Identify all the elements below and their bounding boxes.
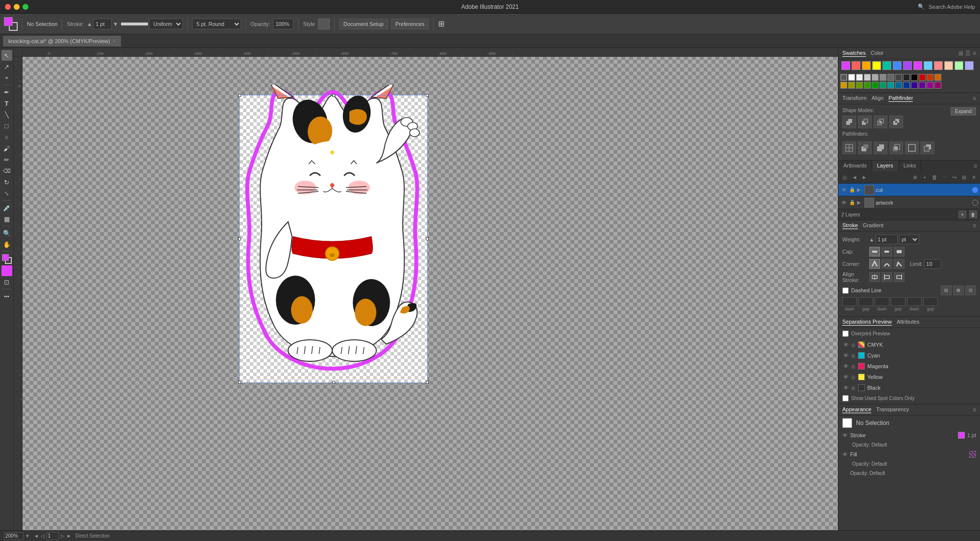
crop-btn[interactable] bbox=[889, 141, 903, 154]
cap-round-btn[interactable] bbox=[882, 247, 892, 257]
corner-round-btn[interactable] bbox=[882, 259, 892, 269]
sep-eye2-magenta[interactable]: ◎ bbox=[851, 364, 856, 369]
swatch-darkred[interactable] bbox=[919, 74, 926, 81]
stroke-style-select[interactable]: Uniform bbox=[149, 19, 183, 29]
gap-input-1[interactable] bbox=[858, 297, 873, 306]
layer-new-btn[interactable]: + bbox=[920, 173, 929, 182]
zoom-tool[interactable]: 🔍 bbox=[1, 228, 12, 238]
swatch-red[interactable] bbox=[852, 61, 860, 70]
tab-appearance[interactable]: Appearance bbox=[842, 406, 871, 413]
layer-footer-trash-btn[interactable]: 🗑 bbox=[969, 211, 977, 218]
page-input[interactable]: 1 bbox=[47, 532, 59, 540]
pencil-tool[interactable]: ✏ bbox=[1, 154, 12, 165]
layer-move-down-btn[interactable]: ► bbox=[860, 173, 869, 182]
swatch-yellow[interactable] bbox=[872, 61, 881, 70]
layer-footer-new-btn[interactable]: + bbox=[958, 211, 966, 218]
layer-more-btn[interactable]: ⋯ bbox=[940, 173, 949, 182]
direct-selection-tool[interactable]: ↗ bbox=[1, 61, 12, 72]
style-swatch[interactable] bbox=[318, 19, 330, 29]
minimize-button[interactable] bbox=[14, 4, 20, 10]
intersect-btn[interactable] bbox=[874, 116, 887, 128]
swatch-yellow-green[interactable] bbox=[856, 82, 863, 89]
layer-target-cut[interactable] bbox=[972, 187, 978, 193]
selection-tool[interactable]: ↖ bbox=[1, 50, 12, 61]
page-next2-btn[interactable]: ▷ bbox=[61, 533, 65, 539]
arrange-icon[interactable]: ⊞ bbox=[438, 19, 444, 28]
tab-pathfinder[interactable]: Pathfinder bbox=[888, 95, 913, 102]
document-setup-button[interactable]: Document Setup bbox=[339, 19, 388, 29]
lasso-tool[interactable]: ⚬ bbox=[1, 72, 12, 83]
more-tools[interactable]: ••• bbox=[1, 291, 12, 302]
minus-back-btn[interactable] bbox=[921, 141, 934, 154]
swatch-black[interactable] bbox=[911, 74, 918, 81]
tab-layers[interactable]: Layers bbox=[872, 161, 899, 171]
eraser-tool[interactable]: ⌫ bbox=[1, 165, 12, 176]
brush-size-select[interactable]: 5 pt. Round bbox=[192, 19, 241, 29]
pathfinder-menu-icon[interactable]: ≡ bbox=[973, 95, 976, 102]
weight-input[interactable]: 1 pt bbox=[876, 235, 898, 244]
swatch-lightred[interactable] bbox=[934, 61, 943, 70]
swatch-gray3[interactable] bbox=[880, 74, 886, 81]
gap-input-2[interactable] bbox=[891, 297, 906, 306]
tab-color[interactable]: Color bbox=[871, 50, 883, 57]
layer-target-artwork[interactable] bbox=[972, 200, 978, 206]
tab-stroke[interactable]: Stroke bbox=[842, 222, 858, 229]
layer-lock-artwork[interactable]: 🔒 bbox=[849, 200, 856, 205]
tab-gradient[interactable]: Gradient bbox=[863, 222, 883, 229]
swatch-purple3[interactable] bbox=[927, 82, 933, 89]
page-prev-btn[interactable]: ◄ bbox=[34, 533, 39, 539]
text-tool[interactable]: T bbox=[1, 98, 12, 109]
swatch-gold[interactable] bbox=[840, 82, 847, 89]
gap-input-3[interactable] bbox=[923, 297, 938, 306]
sep-eye-black[interactable]: 👁 bbox=[843, 385, 849, 391]
swatch-none[interactable] bbox=[840, 74, 847, 81]
swatches-menu-icon[interactable]: ≡ bbox=[973, 50, 976, 57]
swatch-gray1[interactable] bbox=[864, 74, 871, 81]
search-placeholder[interactable]: Search Adobe Help bbox=[929, 4, 975, 10]
swatch-redbrown[interactable] bbox=[927, 74, 933, 81]
swatch-green2[interactable] bbox=[872, 82, 879, 89]
appear-fill-color[interactable] bbox=[969, 451, 976, 458]
align-center-btn[interactable] bbox=[869, 272, 880, 282]
tab-transparency[interactable]: Transparency bbox=[876, 406, 909, 413]
dash-input-2[interactable] bbox=[875, 297, 889, 306]
swatch-gray5[interactable] bbox=[895, 74, 902, 81]
unite-btn[interactable] bbox=[842, 116, 856, 128]
stroke-menu-icon[interactable]: ≡ bbox=[973, 222, 976, 229]
dash-adjust-btn3[interactable]: ⊡ bbox=[965, 285, 976, 295]
screen-mode[interactable]: ⊡ bbox=[1, 277, 12, 287]
tab-separations[interactable]: Separations Preview bbox=[842, 319, 892, 326]
tab-artboards[interactable]: Artboards bbox=[838, 161, 872, 171]
dash-input-3[interactable] bbox=[907, 297, 922, 306]
swatch-purple2[interactable] bbox=[911, 82, 918, 89]
merge-btn[interactable] bbox=[874, 141, 887, 154]
swatch-pink[interactable] bbox=[841, 61, 850, 70]
sep-magenta-row[interactable]: 👁 ◎ Magenta bbox=[842, 361, 976, 372]
ellipse-tool[interactable]: ○ bbox=[1, 132, 12, 142]
swatch-gray2[interactable] bbox=[872, 74, 879, 81]
swatch-teal2[interactable] bbox=[887, 82, 894, 89]
page-prev2-btn[interactable]: ◁ bbox=[41, 533, 45, 539]
swatch-orange[interactable] bbox=[862, 61, 871, 70]
layer-lock-cut[interactable]: 🔒 bbox=[849, 187, 856, 192]
layer-eye-artwork[interactable]: 👁 bbox=[840, 200, 847, 206]
sep-cyan-row[interactable]: 👁 ◎ Cyan bbox=[842, 350, 976, 361]
tab-align[interactable]: Align bbox=[872, 95, 883, 102]
appearance-menu-icon[interactable]: ≡ bbox=[973, 406, 976, 413]
swatch-violet[interactable] bbox=[919, 82, 926, 89]
layer-move-page-btn[interactable]: ↪ bbox=[950, 173, 958, 182]
stroke-style-selector[interactable]: Uniform bbox=[121, 19, 183, 29]
corner-bevel-btn[interactable] bbox=[894, 259, 905, 269]
dash-adjust-btn2[interactable]: ⊞ bbox=[953, 285, 964, 295]
rect-tool[interactable]: □ bbox=[1, 120, 12, 131]
layer-locate-btn[interactable]: ◎ bbox=[840, 173, 849, 182]
swatch-gray4[interactable] bbox=[887, 74, 894, 81]
sep-cmyk-row[interactable]: 👁 ◎ CMYK bbox=[842, 339, 976, 350]
layers-menu-icon[interactable]: ≡ bbox=[971, 161, 980, 171]
sep-eye2-yellow[interactable]: ◎ bbox=[851, 375, 856, 380]
swatch-magenta[interactable] bbox=[913, 61, 922, 70]
minus-front-btn[interactable] bbox=[858, 116, 872, 128]
tab-close-button[interactable]: × bbox=[113, 38, 116, 44]
overprint-check[interactable] bbox=[842, 330, 849, 337]
file-tab[interactable]: knocking-cat.ai* @ 200% (CMYK/Preview) × bbox=[3, 36, 121, 47]
